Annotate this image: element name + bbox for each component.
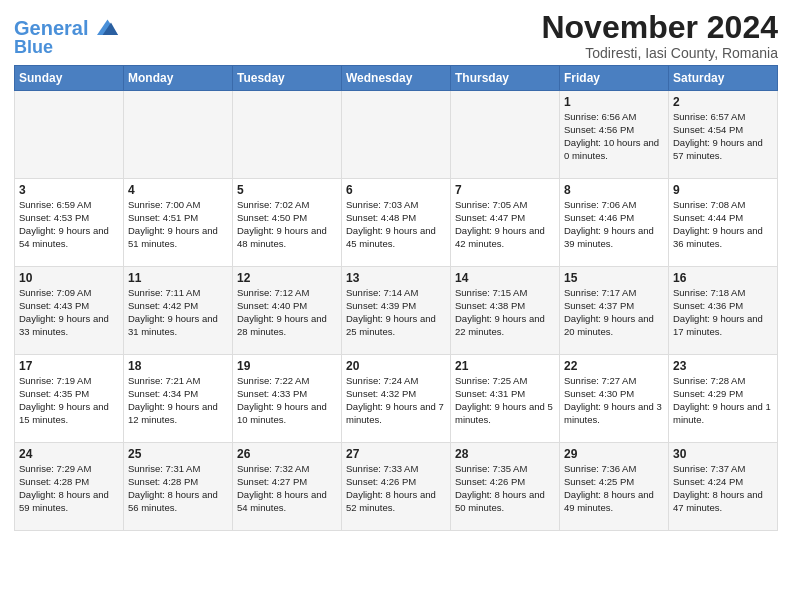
calendar-cell: 27 Sunrise: 7:33 AMSunset: 4:26 PMDaylig… xyxy=(342,443,451,531)
day-number: 4 xyxy=(128,183,228,197)
day-number: 21 xyxy=(455,359,555,373)
day-detail: Sunrise: 7:08 AMSunset: 4:44 PMDaylight:… xyxy=(673,199,763,248)
day-detail: Sunrise: 7:19 AMSunset: 4:35 PMDaylight:… xyxy=(19,375,109,424)
day-detail: Sunrise: 7:33 AMSunset: 4:26 PMDaylight:… xyxy=(346,463,436,512)
page-subtitle: Todiresti, Iasi County, Romania xyxy=(541,45,778,61)
calendar-cell: 29 Sunrise: 7:36 AMSunset: 4:25 PMDaylig… xyxy=(560,443,669,531)
calendar-cell: 7 Sunrise: 7:05 AMSunset: 4:47 PMDayligh… xyxy=(451,179,560,267)
day-number: 8 xyxy=(564,183,664,197)
calendar-cell: 6 Sunrise: 7:03 AMSunset: 4:48 PMDayligh… xyxy=(342,179,451,267)
day-detail: Sunrise: 7:22 AMSunset: 4:33 PMDaylight:… xyxy=(237,375,327,424)
header-monday: Monday xyxy=(124,66,233,91)
week-row-5: 24 Sunrise: 7:29 AMSunset: 4:28 PMDaylig… xyxy=(15,443,778,531)
day-number: 2 xyxy=(673,95,773,109)
day-number: 15 xyxy=(564,271,664,285)
day-number: 18 xyxy=(128,359,228,373)
day-number: 27 xyxy=(346,447,446,461)
day-number: 11 xyxy=(128,271,228,285)
day-detail: Sunrise: 7:25 AMSunset: 4:31 PMDaylight:… xyxy=(455,375,553,424)
page-title: November 2024 xyxy=(541,10,778,45)
calendar-cell xyxy=(342,91,451,179)
calendar-cell: 9 Sunrise: 7:08 AMSunset: 4:44 PMDayligh… xyxy=(669,179,778,267)
day-detail: Sunrise: 7:24 AMSunset: 4:32 PMDaylight:… xyxy=(346,375,444,424)
header-wednesday: Wednesday xyxy=(342,66,451,91)
calendar-cell xyxy=(124,91,233,179)
day-number: 26 xyxy=(237,447,337,461)
header-friday: Friday xyxy=(560,66,669,91)
day-number: 13 xyxy=(346,271,446,285)
day-number: 19 xyxy=(237,359,337,373)
calendar-cell: 30 Sunrise: 7:37 AMSunset: 4:24 PMDaylig… xyxy=(669,443,778,531)
week-row-2: 3 Sunrise: 6:59 AMSunset: 4:53 PMDayligh… xyxy=(15,179,778,267)
day-number: 1 xyxy=(564,95,664,109)
day-detail: Sunrise: 7:12 AMSunset: 4:40 PMDaylight:… xyxy=(237,287,327,336)
header-saturday: Saturday xyxy=(669,66,778,91)
day-detail: Sunrise: 7:32 AMSunset: 4:27 PMDaylight:… xyxy=(237,463,327,512)
calendar-cell: 13 Sunrise: 7:14 AMSunset: 4:39 PMDaylig… xyxy=(342,267,451,355)
calendar-cell: 5 Sunrise: 7:02 AMSunset: 4:50 PMDayligh… xyxy=(233,179,342,267)
day-detail: Sunrise: 7:18 AMSunset: 4:36 PMDaylight:… xyxy=(673,287,763,336)
calendar-cell: 23 Sunrise: 7:28 AMSunset: 4:29 PMDaylig… xyxy=(669,355,778,443)
calendar-cell: 26 Sunrise: 7:32 AMSunset: 4:27 PMDaylig… xyxy=(233,443,342,531)
calendar-cell: 12 Sunrise: 7:12 AMSunset: 4:40 PMDaylig… xyxy=(233,267,342,355)
calendar-cell: 3 Sunrise: 6:59 AMSunset: 4:53 PMDayligh… xyxy=(15,179,124,267)
title-block: November 2024 Todiresti, Iasi County, Ro… xyxy=(541,10,778,61)
day-detail: Sunrise: 7:28 AMSunset: 4:29 PMDaylight:… xyxy=(673,375,771,424)
logo-general: General xyxy=(14,17,88,39)
calendar-cell: 19 Sunrise: 7:22 AMSunset: 4:33 PMDaylig… xyxy=(233,355,342,443)
calendar-cell: 15 Sunrise: 7:17 AMSunset: 4:37 PMDaylig… xyxy=(560,267,669,355)
day-number: 22 xyxy=(564,359,664,373)
calendar-cell: 22 Sunrise: 7:27 AMSunset: 4:30 PMDaylig… xyxy=(560,355,669,443)
calendar-cell: 25 Sunrise: 7:31 AMSunset: 4:28 PMDaylig… xyxy=(124,443,233,531)
day-detail: Sunrise: 7:36 AMSunset: 4:25 PMDaylight:… xyxy=(564,463,654,512)
header-tuesday: Tuesday xyxy=(233,66,342,91)
day-number: 17 xyxy=(19,359,119,373)
day-number: 9 xyxy=(673,183,773,197)
day-number: 16 xyxy=(673,271,773,285)
day-detail: Sunrise: 7:31 AMSunset: 4:28 PMDaylight:… xyxy=(128,463,218,512)
logo-text: General xyxy=(14,17,88,39)
day-detail: Sunrise: 7:06 AMSunset: 4:46 PMDaylight:… xyxy=(564,199,654,248)
day-number: 23 xyxy=(673,359,773,373)
day-number: 28 xyxy=(455,447,555,461)
day-detail: Sunrise: 7:05 AMSunset: 4:47 PMDaylight:… xyxy=(455,199,545,248)
day-number: 30 xyxy=(673,447,773,461)
calendar-cell: 4 Sunrise: 7:00 AMSunset: 4:51 PMDayligh… xyxy=(124,179,233,267)
calendar-cell: 18 Sunrise: 7:21 AMSunset: 4:34 PMDaylig… xyxy=(124,355,233,443)
day-number: 7 xyxy=(455,183,555,197)
calendar-cell: 24 Sunrise: 7:29 AMSunset: 4:28 PMDaylig… xyxy=(15,443,124,531)
calendar-cell: 21 Sunrise: 7:25 AMSunset: 4:31 PMDaylig… xyxy=(451,355,560,443)
day-detail: Sunrise: 7:35 AMSunset: 4:26 PMDaylight:… xyxy=(455,463,545,512)
header: General Blue November 2024 Todiresti, Ia… xyxy=(14,10,778,61)
calendar-cell xyxy=(15,91,124,179)
logo-icon xyxy=(90,14,118,42)
day-detail: Sunrise: 6:56 AMSunset: 4:56 PMDaylight:… xyxy=(564,111,659,160)
day-number: 5 xyxy=(237,183,337,197)
calendar-cell: 2 Sunrise: 6:57 AMSunset: 4:54 PMDayligh… xyxy=(669,91,778,179)
day-number: 10 xyxy=(19,271,119,285)
day-detail: Sunrise: 7:21 AMSunset: 4:34 PMDaylight:… xyxy=(128,375,218,424)
header-thursday: Thursday xyxy=(451,66,560,91)
week-row-1: 1 Sunrise: 6:56 AMSunset: 4:56 PMDayligh… xyxy=(15,91,778,179)
calendar-table: SundayMondayTuesdayWednesdayThursdayFrid… xyxy=(14,65,778,531)
logo-blue: Blue xyxy=(14,37,53,57)
day-detail: Sunrise: 7:02 AMSunset: 4:50 PMDaylight:… xyxy=(237,199,327,248)
calendar-header-row: SundayMondayTuesdayWednesdayThursdayFrid… xyxy=(15,66,778,91)
calendar-cell: 20 Sunrise: 7:24 AMSunset: 4:32 PMDaylig… xyxy=(342,355,451,443)
day-number: 29 xyxy=(564,447,664,461)
day-detail: Sunrise: 6:59 AMSunset: 4:53 PMDaylight:… xyxy=(19,199,109,248)
header-sunday: Sunday xyxy=(15,66,124,91)
day-number: 14 xyxy=(455,271,555,285)
day-detail: Sunrise: 7:27 AMSunset: 4:30 PMDaylight:… xyxy=(564,375,662,424)
week-row-4: 17 Sunrise: 7:19 AMSunset: 4:35 PMDaylig… xyxy=(15,355,778,443)
calendar-cell: 28 Sunrise: 7:35 AMSunset: 4:26 PMDaylig… xyxy=(451,443,560,531)
day-detail: Sunrise: 7:00 AMSunset: 4:51 PMDaylight:… xyxy=(128,199,218,248)
week-row-3: 10 Sunrise: 7:09 AMSunset: 4:43 PMDaylig… xyxy=(15,267,778,355)
calendar-cell: 17 Sunrise: 7:19 AMSunset: 4:35 PMDaylig… xyxy=(15,355,124,443)
day-detail: Sunrise: 7:14 AMSunset: 4:39 PMDaylight:… xyxy=(346,287,436,336)
day-number: 25 xyxy=(128,447,228,461)
calendar-cell: 10 Sunrise: 7:09 AMSunset: 4:43 PMDaylig… xyxy=(15,267,124,355)
calendar-cell: 14 Sunrise: 7:15 AMSunset: 4:38 PMDaylig… xyxy=(451,267,560,355)
day-detail: Sunrise: 7:15 AMSunset: 4:38 PMDaylight:… xyxy=(455,287,545,336)
day-detail: Sunrise: 6:57 AMSunset: 4:54 PMDaylight:… xyxy=(673,111,763,160)
